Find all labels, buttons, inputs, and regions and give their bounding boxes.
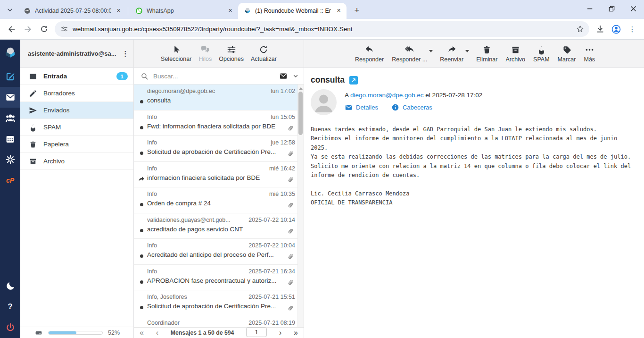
search-input[interactable] xyxy=(153,73,274,80)
bookmark-star-icon[interactable] xyxy=(576,25,585,34)
message-row[interactable]: Infojue 12:58 Solicitud de aprobación de… xyxy=(134,136,304,162)
page-number-input[interactable] xyxy=(246,327,267,337)
folder-entrada[interactable]: Entrada 1 xyxy=(20,68,133,85)
address-bar[interactable]: webmail.sanjuan.gob.ec/cpsess5350978522/… xyxy=(55,21,589,37)
threads-button[interactable]: Hilos xyxy=(198,45,212,62)
restore-button[interactable] xyxy=(601,0,622,17)
tab-actividad[interactable]: Actividad 2025-07-25 08:00:00 × xyxy=(18,3,126,19)
reply-all-button[interactable]: Responder ... xyxy=(392,45,427,63)
list-scrollbar[interactable] xyxy=(297,84,304,338)
rail-darkmode-button[interactable] xyxy=(0,276,20,296)
scroll-up-arrow[interactable] xyxy=(298,85,304,91)
close-button[interactable] xyxy=(622,0,644,17)
message-row[interactable]: Info2025-07-22 10:04 Acreditado del anti… xyxy=(134,239,304,265)
message-row[interactable]: Info2025-07-21 16:34 APROBACION fase pre… xyxy=(134,265,304,291)
search-scope-envelope-icon[interactable] xyxy=(279,72,288,80)
refresh-icon xyxy=(259,45,268,54)
pointer-icon xyxy=(172,45,181,54)
open-in-new-window-button[interactable] xyxy=(349,76,358,84)
select-button[interactable]: Seleccionar xyxy=(161,45,191,62)
mail-icon xyxy=(5,92,16,102)
message-body: Buenas tardes estimado, desde el GAD Par… xyxy=(311,125,635,208)
tab-close-button[interactable]: × xyxy=(226,7,234,15)
folder-archivo[interactable]: Archivo xyxy=(20,153,133,170)
rail-compose-button[interactable] xyxy=(0,66,20,87)
app-rail: cP ? xyxy=(0,40,20,338)
unread-badge: 1 xyxy=(116,72,128,80)
tab-search-button[interactable] xyxy=(3,3,17,17)
rail-contacts-button[interactable] xyxy=(0,108,20,128)
message-row[interactable]: validaciones.guayas@cnt.gob...2025-07-22… xyxy=(134,213,304,239)
delete-button[interactable]: Eliminar xyxy=(476,45,497,63)
new-tab-button[interactable]: + xyxy=(350,4,363,17)
chat-bubbles-icon xyxy=(200,45,210,54)
details-toggle[interactable]: Detalles xyxy=(345,103,378,111)
message-row[interactable]: Infomié 10:35 Orden de compra # 24 xyxy=(134,187,304,213)
message-row[interactable]: diego.moran@dpe.gob.eclun 17:02 consulta xyxy=(134,84,304,110)
folder-enviados[interactable]: Enviados xyxy=(20,102,133,119)
reload-button[interactable] xyxy=(36,21,52,37)
select-label: Seleccionar xyxy=(161,56,191,62)
attachment-icon xyxy=(287,304,295,312)
moon-icon xyxy=(5,281,16,291)
minimize-button[interactable] xyxy=(579,0,601,17)
forward-button[interactable]: Reenviar xyxy=(440,45,463,63)
search-bar xyxy=(134,68,304,84)
folder-borradores[interactable]: Borradores xyxy=(20,85,133,102)
tab-whatsapp[interactable]: WhatsApp × xyxy=(130,3,238,19)
reply-button[interactable]: Responder xyxy=(355,45,384,63)
back-button[interactable] xyxy=(4,21,20,37)
dropdown-caret-icon[interactable] xyxy=(465,50,469,52)
message-row[interactable]: Infomié 16:42 informacion finaciera soli… xyxy=(134,162,304,188)
archive-button[interactable]: Archivo xyxy=(505,45,525,63)
options-button[interactable]: Opciones xyxy=(219,45,244,62)
pencil-icon xyxy=(29,89,37,98)
attachment-icon xyxy=(287,253,295,261)
next-page-button[interactable]: › xyxy=(279,329,281,337)
account-menu-button[interactable]: ⋮ xyxy=(120,50,131,58)
last-page-button[interactable]: » xyxy=(294,329,298,337)
browser-window: Actividad 2025-07-25 08:00:00 × WhatsApp… xyxy=(0,0,644,338)
first-page-button[interactable]: « xyxy=(140,329,144,337)
rail-help-button[interactable]: ? xyxy=(0,296,20,317)
message-subject: consulta xyxy=(311,75,345,85)
date: 2025-07-21 15:51 xyxy=(248,294,295,300)
refresh-button[interactable]: Actualizar xyxy=(251,45,277,62)
folder-papelera[interactable]: Papelera xyxy=(20,136,133,153)
prev-page-button[interactable]: ‹ xyxy=(156,329,158,337)
tag-icon xyxy=(562,45,572,55)
forward-button[interactable] xyxy=(20,21,36,37)
profile-button[interactable] xyxy=(608,21,624,37)
rail-mail-button[interactable] xyxy=(0,87,20,108)
folder-spam[interactable]: SPAM xyxy=(20,119,133,136)
scrollbar-thumb[interactable] xyxy=(298,92,303,135)
sender: Info xyxy=(147,268,157,275)
rail-settings-button[interactable] xyxy=(0,149,20,170)
rail-calendar-button[interactable] xyxy=(0,128,20,149)
url-text[interactable]: webmail.sanjuan.gob.ec/cpsess5350978522/… xyxy=(73,25,571,33)
cpanel-icon: cP xyxy=(6,177,14,184)
browser-menu-button[interactable]: ⋮ xyxy=(624,21,640,37)
rail-logout-button[interactable] xyxy=(0,317,20,338)
unread-dot xyxy=(140,152,143,155)
downloads-button[interactable] xyxy=(592,21,608,37)
message-row[interactable]: Info, Joseflores2025-07-21 15:51 Solicit… xyxy=(134,290,304,316)
spam-button[interactable]: SPAM xyxy=(533,45,550,63)
archive-box-icon xyxy=(29,157,37,166)
message-row[interactable]: Infolun 15:05 Fwd: informacion finaciera… xyxy=(134,110,304,136)
tab-roundcube[interactable]: (1) Roundcube Webmail :: Envia × xyxy=(238,3,347,19)
recipient-email-link[interactable]: diego.moran@dpe.gob.ec xyxy=(350,92,424,99)
mark-button[interactable]: Marcar xyxy=(558,45,576,63)
tab-close-button[interactable]: × xyxy=(335,7,343,15)
rail-cpanel-button[interactable]: cP xyxy=(0,170,20,191)
more-button[interactable]: Más xyxy=(584,45,595,63)
headers-toggle[interactable]: Cabeceras xyxy=(391,103,432,111)
forward-label: Reenviar xyxy=(440,56,463,63)
dropdown-caret-icon[interactable] xyxy=(429,50,433,52)
tab-close-button[interactable]: × xyxy=(115,7,123,15)
folder-pane: asistente-administrativo@sa... ⋮ Entrada… xyxy=(20,40,134,338)
restore-icon xyxy=(607,4,616,13)
search-options-chevron-icon[interactable] xyxy=(292,73,299,79)
reply-all-icon xyxy=(405,45,414,55)
site-settings-icon[interactable] xyxy=(60,25,68,33)
